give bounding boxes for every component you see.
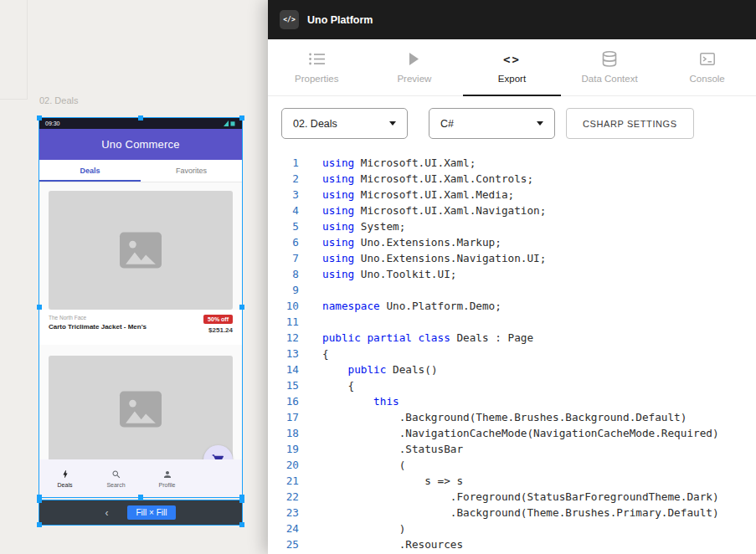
selection-handle[interactable] [37, 115, 42, 121]
export-controls: 02. Deals C# CSHARP SETTINGS [268, 96, 756, 150]
selection-handle[interactable] [239, 498, 244, 503]
figma-canvas: 02. Deals 09:30 Uno Commerce Deals Favor… [0, 0, 756, 554]
list-icon [309, 52, 325, 67]
bottom-nav: Deals Search Profile [39, 459, 242, 497]
selection-handle[interactable] [37, 522, 42, 527]
code-brackets-icon: <> [503, 52, 521, 67]
signal-battery-icon [224, 121, 236, 126]
code-line: 13{ [268, 346, 756, 362]
code-line: 22 .Foreground(StatusBarForegroundTheme.… [268, 489, 756, 505]
terminal-icon [700, 52, 715, 67]
page-select[interactable]: 02. Deals [281, 108, 408, 139]
status-icons [224, 121, 236, 127]
code-line: 5using System; [268, 218, 756, 234]
code-line: 7using Uno.Extensions.Navigation.UI; [268, 250, 756, 266]
chevron-down-icon [389, 121, 396, 126]
code-line: 23 .Background(Theme.Brushes.Primary.Def… [268, 505, 756, 521]
code-line: 12public partial class Deals : Page [268, 330, 756, 346]
code-line: 10namespace Uno.Platform.Demo; [268, 298, 756, 314]
language-select[interactable]: C# [429, 108, 555, 139]
discount-badge: 50% off [203, 315, 233, 324]
nav-label: Profile [159, 482, 176, 488]
code-line: 11 [268, 314, 756, 330]
app-title: Uno Commerce [101, 138, 179, 151]
code-line: 18 .NavigationCacheMode(NavigationCacheM… [268, 425, 756, 441]
lightning-icon [60, 469, 70, 480]
image-placeholder-icon [116, 388, 165, 430]
code-line: 25 .Resources [268, 536, 756, 552]
panel-tab-bar: Properties Preview <> Export [268, 39, 756, 96]
image-placeholder-icon [116, 229, 165, 271]
canvas-boundary [0, 0, 28, 100]
product-pricing: 50% off $251.24 [203, 315, 233, 340]
code-line: 3using Microsoft.UI.Xaml.Media; [268, 187, 756, 203]
app-tab-bar: Deals Favorites [39, 160, 242, 182]
tab-label: Properties [295, 74, 338, 84]
code-line: 17 .Background(Theme.Brushes.Background.… [268, 409, 756, 425]
selection-handle[interactable] [37, 305, 42, 310]
code-line: 2using Microsoft.UI.Xaml.Controls; [268, 171, 756, 187]
status-time: 09:30 [45, 121, 60, 126]
person-icon [162, 469, 172, 480]
product-card-image[interactable] [49, 191, 233, 310]
app-header: Uno Commerce [39, 129, 242, 160]
selection-toolbar: ‹ Fill × Fill [39, 500, 242, 525]
selection-handle[interactable] [239, 522, 244, 527]
tab-preview[interactable]: Preview [366, 39, 464, 95]
tab-favorites[interactable]: Favorites [141, 160, 242, 182]
product-price: $251.24 [208, 326, 233, 334]
deals-content: The North Face Carto Triclimate Jacket -… [39, 191, 242, 463]
code-line: 8using Uno.Toolkit.UI; [268, 266, 756, 282]
selection-handle[interactable] [239, 115, 244, 121]
product-brand: The North Face [49, 315, 147, 321]
tab-label: Data Context [582, 74, 638, 84]
panel-title: Uno Platform [307, 14, 373, 26]
code-editor[interactable]: 1using Microsoft.UI.Xaml;2using Microsof… [268, 150, 756, 554]
tab-deals[interactable]: Deals [39, 160, 141, 182]
csharp-settings-button[interactable]: CSHARP SETTINGS [566, 108, 694, 139]
fill-size-button[interactable]: Fill × Fill [127, 505, 177, 520]
product-info-row[interactable]: The North Face Carto Triclimate Jacket -… [39, 310, 242, 345]
nav-label: Deals [58, 482, 73, 488]
panel-header: </> Uno Platform [268, 0, 756, 39]
code-line: 6using Uno.Extensions.Markup; [268, 234, 756, 250]
code-line: 14 public Deals() [268, 362, 756, 377]
tab-export[interactable]: <> Export [463, 39, 561, 95]
nav-item-profile[interactable]: Profile [141, 459, 193, 497]
tab-console[interactable]: Console [658, 39, 756, 95]
nav-label: Search [106, 482, 125, 488]
tab-data-context[interactable]: Data Context [561, 39, 659, 95]
product-card-image[interactable] [49, 356, 233, 463]
collapse-chevron-icon[interactable]: ‹ [105, 507, 109, 519]
uno-platform-panel: </> Uno Platform Properties Preview [268, 0, 756, 554]
code-line: 15 { [268, 377, 756, 393]
tab-properties[interactable]: Properties [268, 39, 366, 95]
active-tab-underline [39, 180, 141, 182]
phone-artboard[interactable]: 09:30 Uno Commerce Deals Favorites [39, 118, 242, 497]
database-icon [602, 52, 617, 67]
nav-item-search[interactable]: Search [90, 459, 141, 497]
code-line: 21 s => s [268, 473, 756, 489]
artboard-label[interactable]: 02. Deals [39, 95, 78, 105]
code-line: 20 ( [268, 457, 756, 473]
uno-logo-icon: </> [280, 10, 299, 29]
selection-handle[interactable] [138, 495, 143, 500]
play-icon [409, 52, 419, 67]
nav-item-deals[interactable]: Deals [39, 459, 90, 497]
product-name: Carto Triclimate Jacket - Men's [49, 323, 147, 331]
search-icon [111, 469, 121, 480]
code-line: 1using Microsoft.UI.Xaml; [268, 155, 756, 171]
selection-handle[interactable] [138, 115, 143, 121]
language-select-value: C# [440, 118, 454, 130]
code-line: 9 [268, 282, 756, 298]
selection-handle[interactable] [37, 498, 42, 503]
code-line: 19 .StatusBar [268, 441, 756, 457]
code-line: 24 ) [268, 521, 756, 536]
code-line: 16 this [268, 393, 756, 409]
code-line: 4using Microsoft.UI.Xaml.Navigation; [268, 203, 756, 218]
product-text: The North Face Carto Triclimate Jacket -… [49, 315, 147, 340]
tab-label: Preview [397, 74, 431, 84]
tab-label: Export [498, 74, 526, 84]
selection-handle[interactable] [239, 305, 244, 310]
chevron-down-icon [537, 121, 543, 126]
